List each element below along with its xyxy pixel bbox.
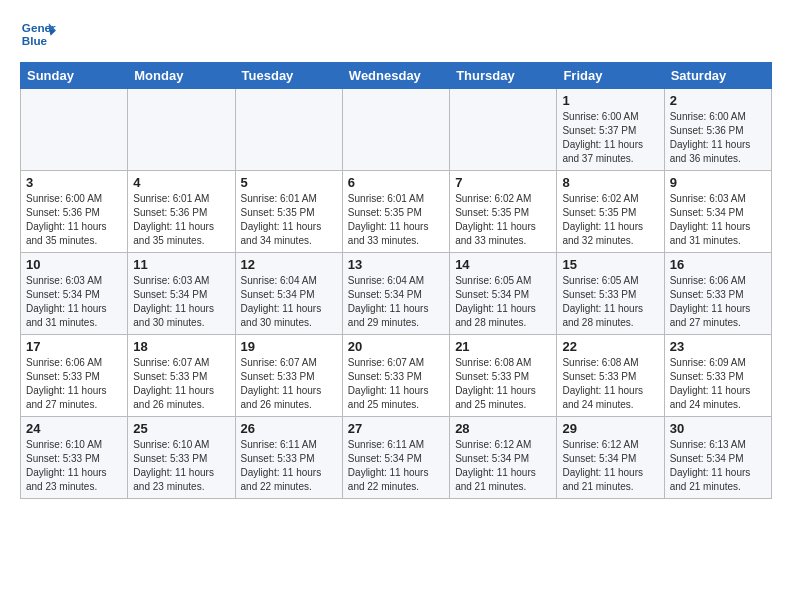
day-info: Sunrise: 6:07 AM Sunset: 5:33 PM Dayligh…	[133, 356, 229, 412]
day-cell-24: 24Sunrise: 6:10 AM Sunset: 5:33 PM Dayli…	[21, 417, 128, 499]
weekday-header-thursday: Thursday	[450, 63, 557, 89]
day-cell-16: 16Sunrise: 6:06 AM Sunset: 5:33 PM Dayli…	[664, 253, 771, 335]
day-number: 8	[562, 175, 658, 190]
day-info: Sunrise: 6:02 AM Sunset: 5:35 PM Dayligh…	[455, 192, 551, 248]
day-number: 6	[348, 175, 444, 190]
day-number: 5	[241, 175, 337, 190]
day-cell-2: 2Sunrise: 6:00 AM Sunset: 5:36 PM Daylig…	[664, 89, 771, 171]
day-number: 27	[348, 421, 444, 436]
day-cell-3: 3Sunrise: 6:00 AM Sunset: 5:36 PM Daylig…	[21, 171, 128, 253]
weekday-header-sunday: Sunday	[21, 63, 128, 89]
day-number: 9	[670, 175, 766, 190]
day-info: Sunrise: 6:00 AM Sunset: 5:37 PM Dayligh…	[562, 110, 658, 166]
day-info: Sunrise: 6:08 AM Sunset: 5:33 PM Dayligh…	[562, 356, 658, 412]
day-cell-1: 1Sunrise: 6:00 AM Sunset: 5:37 PM Daylig…	[557, 89, 664, 171]
week-row-4: 17Sunrise: 6:06 AM Sunset: 5:33 PM Dayli…	[21, 335, 772, 417]
day-number: 18	[133, 339, 229, 354]
day-info: Sunrise: 6:12 AM Sunset: 5:34 PM Dayligh…	[562, 438, 658, 494]
day-cell-5: 5Sunrise: 6:01 AM Sunset: 5:35 PM Daylig…	[235, 171, 342, 253]
day-cell-26: 26Sunrise: 6:11 AM Sunset: 5:33 PM Dayli…	[235, 417, 342, 499]
day-cell-19: 19Sunrise: 6:07 AM Sunset: 5:33 PM Dayli…	[235, 335, 342, 417]
day-info: Sunrise: 6:11 AM Sunset: 5:34 PM Dayligh…	[348, 438, 444, 494]
logo-icon: General Blue	[20, 16, 56, 52]
day-info: Sunrise: 6:04 AM Sunset: 5:34 PM Dayligh…	[241, 274, 337, 330]
day-cell-8: 8Sunrise: 6:02 AM Sunset: 5:35 PM Daylig…	[557, 171, 664, 253]
day-number: 14	[455, 257, 551, 272]
day-info: Sunrise: 6:00 AM Sunset: 5:36 PM Dayligh…	[670, 110, 766, 166]
week-row-1: 1Sunrise: 6:00 AM Sunset: 5:37 PM Daylig…	[21, 89, 772, 171]
day-number: 25	[133, 421, 229, 436]
day-number: 1	[562, 93, 658, 108]
day-info: Sunrise: 6:08 AM Sunset: 5:33 PM Dayligh…	[455, 356, 551, 412]
weekday-header-friday: Friday	[557, 63, 664, 89]
day-cell-13: 13Sunrise: 6:04 AM Sunset: 5:34 PM Dayli…	[342, 253, 449, 335]
empty-cell	[450, 89, 557, 171]
day-info: Sunrise: 6:06 AM Sunset: 5:33 PM Dayligh…	[670, 274, 766, 330]
day-cell-17: 17Sunrise: 6:06 AM Sunset: 5:33 PM Dayli…	[21, 335, 128, 417]
day-info: Sunrise: 6:05 AM Sunset: 5:34 PM Dayligh…	[455, 274, 551, 330]
day-cell-30: 30Sunrise: 6:13 AM Sunset: 5:34 PM Dayli…	[664, 417, 771, 499]
day-number: 7	[455, 175, 551, 190]
day-cell-11: 11Sunrise: 6:03 AM Sunset: 5:34 PM Dayli…	[128, 253, 235, 335]
day-cell-23: 23Sunrise: 6:09 AM Sunset: 5:33 PM Dayli…	[664, 335, 771, 417]
day-info: Sunrise: 6:00 AM Sunset: 5:36 PM Dayligh…	[26, 192, 122, 248]
weekday-header-tuesday: Tuesday	[235, 63, 342, 89]
day-number: 2	[670, 93, 766, 108]
weekday-header-monday: Monday	[128, 63, 235, 89]
weekday-header-row: SundayMondayTuesdayWednesdayThursdayFrid…	[21, 63, 772, 89]
day-number: 29	[562, 421, 658, 436]
logo: General Blue	[20, 16, 56, 52]
day-cell-25: 25Sunrise: 6:10 AM Sunset: 5:33 PM Dayli…	[128, 417, 235, 499]
day-number: 20	[348, 339, 444, 354]
day-info: Sunrise: 6:05 AM Sunset: 5:33 PM Dayligh…	[562, 274, 658, 330]
week-row-5: 24Sunrise: 6:10 AM Sunset: 5:33 PM Dayli…	[21, 417, 772, 499]
day-number: 24	[26, 421, 122, 436]
header: General Blue	[20, 16, 772, 52]
empty-cell	[342, 89, 449, 171]
day-number: 23	[670, 339, 766, 354]
day-number: 30	[670, 421, 766, 436]
day-info: Sunrise: 6:03 AM Sunset: 5:34 PM Dayligh…	[670, 192, 766, 248]
week-row-2: 3Sunrise: 6:00 AM Sunset: 5:36 PM Daylig…	[21, 171, 772, 253]
day-info: Sunrise: 6:03 AM Sunset: 5:34 PM Dayligh…	[26, 274, 122, 330]
empty-cell	[128, 89, 235, 171]
day-info: Sunrise: 6:04 AM Sunset: 5:34 PM Dayligh…	[348, 274, 444, 330]
day-cell-6: 6Sunrise: 6:01 AM Sunset: 5:35 PM Daylig…	[342, 171, 449, 253]
day-info: Sunrise: 6:07 AM Sunset: 5:33 PM Dayligh…	[241, 356, 337, 412]
day-info: Sunrise: 6:10 AM Sunset: 5:33 PM Dayligh…	[133, 438, 229, 494]
day-info: Sunrise: 6:07 AM Sunset: 5:33 PM Dayligh…	[348, 356, 444, 412]
day-number: 11	[133, 257, 229, 272]
day-info: Sunrise: 6:01 AM Sunset: 5:36 PM Dayligh…	[133, 192, 229, 248]
day-number: 28	[455, 421, 551, 436]
day-number: 12	[241, 257, 337, 272]
day-cell-28: 28Sunrise: 6:12 AM Sunset: 5:34 PM Dayli…	[450, 417, 557, 499]
day-cell-18: 18Sunrise: 6:07 AM Sunset: 5:33 PM Dayli…	[128, 335, 235, 417]
day-cell-21: 21Sunrise: 6:08 AM Sunset: 5:33 PM Dayli…	[450, 335, 557, 417]
empty-cell	[21, 89, 128, 171]
day-number: 3	[26, 175, 122, 190]
day-cell-12: 12Sunrise: 6:04 AM Sunset: 5:34 PM Dayli…	[235, 253, 342, 335]
day-cell-7: 7Sunrise: 6:02 AM Sunset: 5:35 PM Daylig…	[450, 171, 557, 253]
calendar-table: SundayMondayTuesdayWednesdayThursdayFrid…	[20, 62, 772, 499]
day-info: Sunrise: 6:10 AM Sunset: 5:33 PM Dayligh…	[26, 438, 122, 494]
day-cell-9: 9Sunrise: 6:03 AM Sunset: 5:34 PM Daylig…	[664, 171, 771, 253]
week-row-3: 10Sunrise: 6:03 AM Sunset: 5:34 PM Dayli…	[21, 253, 772, 335]
day-number: 13	[348, 257, 444, 272]
weekday-header-saturday: Saturday	[664, 63, 771, 89]
day-info: Sunrise: 6:03 AM Sunset: 5:34 PM Dayligh…	[133, 274, 229, 330]
day-info: Sunrise: 6:01 AM Sunset: 5:35 PM Dayligh…	[348, 192, 444, 248]
day-cell-29: 29Sunrise: 6:12 AM Sunset: 5:34 PM Dayli…	[557, 417, 664, 499]
day-cell-27: 27Sunrise: 6:11 AM Sunset: 5:34 PM Dayli…	[342, 417, 449, 499]
day-info: Sunrise: 6:12 AM Sunset: 5:34 PM Dayligh…	[455, 438, 551, 494]
day-cell-4: 4Sunrise: 6:01 AM Sunset: 5:36 PM Daylig…	[128, 171, 235, 253]
day-number: 15	[562, 257, 658, 272]
day-number: 22	[562, 339, 658, 354]
day-info: Sunrise: 6:02 AM Sunset: 5:35 PM Dayligh…	[562, 192, 658, 248]
day-cell-10: 10Sunrise: 6:03 AM Sunset: 5:34 PM Dayli…	[21, 253, 128, 335]
day-number: 21	[455, 339, 551, 354]
day-info: Sunrise: 6:09 AM Sunset: 5:33 PM Dayligh…	[670, 356, 766, 412]
day-number: 26	[241, 421, 337, 436]
weekday-header-wednesday: Wednesday	[342, 63, 449, 89]
empty-cell	[235, 89, 342, 171]
day-cell-22: 22Sunrise: 6:08 AM Sunset: 5:33 PM Dayli…	[557, 335, 664, 417]
